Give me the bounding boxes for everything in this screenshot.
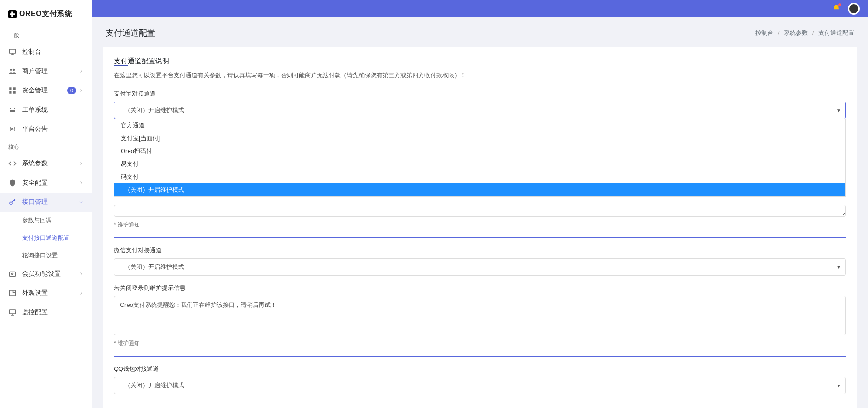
- wechat-group: 微信支付对接通道 （关闭）开启维护模式 ▼: [114, 246, 846, 276]
- qq-selected-value: （关闭）开启维护模式: [120, 382, 184, 389]
- brand-logo-icon: ✚: [8, 10, 17, 18]
- sidebar-item-label: 控制台: [22, 48, 41, 56]
- monitor-icon: [8, 48, 17, 56]
- svg-point-12: [12, 129, 13, 130]
- avatar-icon: [849, 4, 858, 13]
- intro-title: 支付通道配置说明: [114, 57, 846, 66]
- divider: [114, 237, 846, 238]
- alipay-select[interactable]: （关闭）开启维护模式 ▼: [114, 102, 846, 119]
- user-avatar[interactable]: [848, 3, 860, 15]
- sidebar-item-member[interactable]: 会员功能设置: [0, 264, 92, 283]
- alipay-label: 支付宝对接通道: [114, 90, 846, 98]
- qq-select[interactable]: （关闭）开启维护模式 ▼: [114, 377, 846, 394]
- sidebar: ✚ OREO支付系统 一般 控制台 商户管理 资金管理 0 工单系统 平台公告: [0, 0, 92, 408]
- page-header: 支付通道配置 控制台 / 系统参数 / 支付通道配置: [92, 17, 868, 47]
- wechat-offmsg-group: 若关闭登录则维护提示信息 维护通知: [114, 284, 846, 347]
- breadcrumb-sep: /: [812, 29, 814, 36]
- layout-icon: [8, 289, 17, 297]
- topbar: [92, 0, 868, 17]
- sidebar-item-label: 会员功能设置: [22, 270, 61, 278]
- breadcrumb-sysparams[interactable]: 系统参数: [784, 29, 808, 36]
- svg-rect-6: [13, 87, 16, 90]
- wechat-offmsg-textarea[interactable]: [114, 296, 846, 335]
- wallet-icon: [8, 270, 17, 278]
- svg-point-3: [10, 69, 12, 71]
- caret-down-icon: ▼: [836, 383, 841, 388]
- sidebar-sub-polling[interactable]: 轮询接口设置: [0, 247, 92, 264]
- sidebar-item-monitor[interactable]: 监控配置: [0, 303, 92, 322]
- svg-rect-0: [9, 49, 16, 53]
- sidebar-item-label: 资金管理: [22, 86, 48, 95]
- monitor-icon: [8, 308, 17, 317]
- sidebar-item-label: 工单系统: [22, 106, 48, 114]
- chevron-right-icon: [79, 160, 84, 167]
- breadcrumb: 控制台 / 系统参数 / 支付通道配置: [755, 29, 854, 37]
- wechat-offmsg-label: 若关闭登录则维护提示信息: [114, 284, 846, 292]
- chevron-right-icon: [79, 289, 84, 297]
- sidebar-item-console[interactable]: 控制台: [0, 42, 92, 62]
- brand: ✚ OREO支付系统: [0, 5, 92, 27]
- sidebar-item-tickets[interactable]: 工单系统: [0, 100, 92, 119]
- alipay-option[interactable]: Oreo扫码付: [114, 145, 845, 158]
- notifications-button[interactable]: [832, 4, 840, 14]
- sidebar-item-label: 安全配置: [22, 179, 48, 187]
- shield-icon: [8, 179, 17, 187]
- sidebar-item-security[interactable]: 安全配置: [0, 173, 92, 193]
- sidebar-section-core: 核心: [0, 139, 92, 154]
- sidebar-item-label: 外观设置: [22, 289, 48, 297]
- alipay-group: 支付宝对接通道 （关闭）开启维护模式 ▼ 官方通道 支付宝[当面付] Oreo扫…: [114, 90, 846, 197]
- sidebar-item-interface[interactable]: 接口管理: [0, 193, 92, 212]
- chevron-right-icon: [79, 87, 84, 94]
- alipay-option[interactable]: 官方通道: [114, 119, 845, 132]
- svg-rect-11: [10, 110, 15, 112]
- intro-desc: 在这里您可以设置平台支付通道有关参数，请认真填写每一项，否则可能商户无法付款（请…: [114, 71, 846, 79]
- svg-point-13: [10, 202, 12, 204]
- code-icon: [8, 159, 17, 168]
- svg-point-9: [10, 108, 11, 109]
- svg-rect-14: [9, 272, 16, 277]
- sidebar-item-merchant[interactable]: 商户管理: [0, 62, 92, 81]
- wechat-offmsg-hint: 维护通知: [114, 340, 846, 347]
- chevron-right-icon: [79, 68, 84, 75]
- alipay-option[interactable]: 码支付: [114, 170, 845, 183]
- key-icon: [8, 198, 17, 206]
- grid-icon: [8, 86, 17, 95]
- sidebar-sub-pay-channel[interactable]: 支付接口通道配置: [0, 229, 92, 247]
- caret-down-icon: ▼: [836, 265, 841, 270]
- qq-group: QQ钱包对接通道 （关闭）开启维护模式 ▼: [114, 365, 846, 394]
- alipay-selected-value: （关闭）开启维护模式: [120, 107, 184, 113]
- sidebar-item-funds[interactable]: 资金管理 0: [0, 81, 92, 100]
- notification-dot-icon: [838, 3, 841, 6]
- sidebar-item-label: 平台公告: [22, 125, 48, 133]
- svg-rect-8: [13, 91, 16, 94]
- alipay-option[interactable]: 支付宝[当面付]: [114, 132, 845, 145]
- users-icon: [8, 67, 17, 75]
- svg-rect-16: [9, 290, 16, 296]
- svg-point-10: [14, 108, 15, 109]
- ticket-icon: [8, 106, 17, 114]
- svg-point-15: [12, 273, 13, 275]
- broadcast-icon: [8, 125, 17, 133]
- alipay-offmsg-textarea[interactable]: [114, 205, 846, 217]
- wechat-select[interactable]: （关闭）开启维护模式 ▼: [114, 258, 846, 276]
- sidebar-section-general: 一般: [0, 27, 92, 42]
- wechat-label: 微信支付对接通道: [114, 246, 846, 255]
- wechat-selected-value: （关闭）开启维护模式: [120, 263, 184, 270]
- qq-label: QQ钱包对接通道: [114, 365, 846, 373]
- sidebar-item-label: 商户管理: [22, 67, 48, 75]
- svg-rect-7: [9, 91, 11, 94]
- chevron-right-icon: [79, 179, 84, 187]
- brand-title: OREO支付系统: [19, 9, 72, 19]
- chevron-down-icon: [79, 198, 84, 206]
- alipay-option[interactable]: （关闭）开启维护模式: [114, 183, 845, 196]
- sidebar-item-announce[interactable]: 平台公告: [0, 119, 92, 139]
- breadcrumb-console[interactable]: 控制台: [755, 29, 773, 36]
- alipay-option[interactable]: 易支付: [114, 158, 845, 170]
- alipay-dropdown: 官方通道 支付宝[当面付] Oreo扫码付 易支付 码支付 （关闭）开启维护模式: [114, 119, 846, 197]
- funds-badge: 0: [67, 87, 76, 94]
- sidebar-item-appearance[interactable]: 外观设置: [0, 283, 92, 303]
- breadcrumb-sep: /: [778, 29, 780, 36]
- sidebar-item-sysparams[interactable]: 系统参数: [0, 154, 92, 173]
- sidebar-sub-params-callback[interactable]: 参数与回调: [0, 212, 92, 229]
- page-title: 支付通道配置: [106, 28, 155, 39]
